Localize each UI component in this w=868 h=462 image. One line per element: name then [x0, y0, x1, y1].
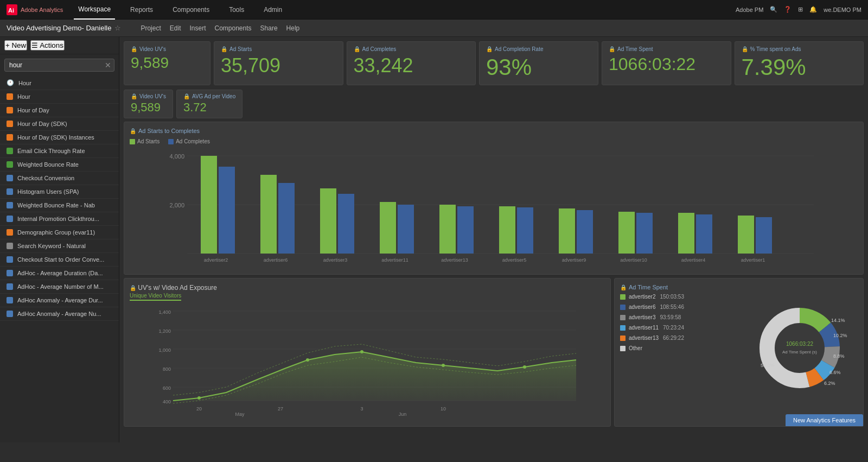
- svg-text:advertiser6: advertiser6: [264, 257, 288, 263]
- svg-text:1,200: 1,200: [158, 328, 171, 334]
- search-keyword-icon: [7, 243, 13, 249]
- grid-icon[interactable]: ⊞: [798, 6, 803, 13]
- bell-icon[interactable]: 🔔: [809, 6, 817, 13]
- svg-point-52: [360, 350, 363, 353]
- sidebar-item-email-ctr[interactable]: Email Click Through Rate: [0, 144, 119, 158]
- donut-content: advertiser2 150:03:53 advertiser6 108:55…: [620, 294, 858, 402]
- menu-project[interactable]: Project: [141, 24, 161, 32]
- sidebar-item-adhoc-avg-num[interactable]: AdHoc - Average Number of M...: [0, 280, 119, 294]
- donut-legend-item-other: Other: [620, 345, 736, 351]
- svg-text:10: 10: [441, 406, 446, 412]
- svg-text:advertiser9: advertiser9: [562, 257, 586, 263]
- sidebar-item-adhoc-anomaly-nu[interactable]: AdHoc Anomaly - Average Nu...: [0, 307, 119, 321]
- nav-components[interactable]: Components: [168, 0, 214, 20]
- svg-text:Jun: Jun: [399, 412, 407, 417]
- svg-rect-34: [738, 216, 754, 254]
- svg-text:6.6%: 6.6%: [829, 370, 841, 375]
- svg-text:Ai: Ai: [8, 7, 14, 14]
- sidebar-item-hour-2[interactable]: Hour: [0, 90, 119, 104]
- svg-rect-13: [320, 188, 336, 254]
- svg-text:14.1%: 14.1%: [831, 318, 845, 323]
- donut-dot-3: [620, 325, 626, 331]
- clear-search-button[interactable]: ✕: [105, 61, 111, 69]
- tile-ad-time-spent: 🔒 Ad Time Spent 1066:03:22: [602, 41, 731, 85]
- sidebar-item-search-keyword[interactable]: Search Keyword - Natural: [0, 239, 119, 253]
- ad-completion-rate-value: 93%: [486, 54, 591, 80]
- sidebar-item-demographic[interactable]: Demographic Group (evar11): [0, 226, 119, 239]
- svg-rect-14: [338, 194, 354, 254]
- sidebar-item-histogram[interactable]: Histogram Users (SPA): [0, 185, 119, 199]
- menu-share[interactable]: Share: [260, 24, 278, 32]
- sidebar-item-hour-of-day[interactable]: Hour of Day: [0, 104, 119, 117]
- svg-text:advertiser3: advertiser3: [323, 257, 348, 263]
- sidebar-item-internal-promo[interactable]: Internal Promotion Clickthrou...: [0, 212, 119, 226]
- ad-starts-value: 35,709: [221, 54, 336, 77]
- new-features-bar[interactable]: New Analytics Features: [786, 414, 863, 426]
- donut-lock-icon: 🔒: [620, 284, 627, 290]
- sub-lock-avg: 🔒: [183, 93, 190, 99]
- svg-point-51: [306, 358, 309, 362]
- lock-icon-rate: 🔒: [486, 46, 493, 52]
- svg-text:1066:03:22: 1066:03:22: [786, 341, 813, 347]
- sidebar-item-checkout-start[interactable]: Checkout Start to Order Conve...: [0, 253, 119, 267]
- svg-rect-19: [439, 205, 456, 254]
- sidebar-item-adhoc-anomaly-dur[interactable]: AdHoc Anomaly - Average Dur...: [0, 294, 119, 307]
- menu-insert[interactable]: Insert: [189, 24, 206, 32]
- svg-rect-17: [398, 205, 414, 254]
- menu-help[interactable]: Help: [286, 24, 300, 32]
- sidebar-list: 🕐 Hour Hour Hour of Day Hour of Day (SDK…: [0, 76, 119, 442]
- menu-components[interactable]: Components: [214, 24, 251, 32]
- nav-right: Adobe PM 🔍 ❓ ⊞ 🔔 we.DEMO PM: [736, 6, 861, 13]
- nav-workspace[interactable]: Workspace: [74, 0, 115, 20]
- new-button[interactable]: + New: [4, 40, 27, 50]
- donut-dot-1: [620, 305, 626, 310]
- svg-text:advertiser11: advertiser11: [381, 257, 409, 263]
- search-input[interactable]: [4, 59, 114, 72]
- sidebar-item-hour-1[interactable]: 🕐 Hour: [0, 76, 119, 90]
- sidebar-item-adhoc-avg-dur[interactable]: AdHoc - Average Duration (Da...: [0, 267, 119, 280]
- svg-marker-49: [173, 352, 576, 401]
- sidebar-item-weighted-bounce-nab[interactable]: Weighted Bounce Rate - Nab: [0, 199, 119, 212]
- hour-of-day-icon: [7, 107, 13, 113]
- svg-text:6.2%: 6.2%: [824, 381, 835, 386]
- internal-promo-icon: [7, 216, 13, 222]
- hour-of-day-sdk-icon: [7, 121, 13, 127]
- svg-text:1,000: 1,000: [158, 347, 171, 353]
- help-icon[interactable]: ❓: [784, 6, 792, 13]
- svg-text:advertiser2: advertiser2: [204, 257, 228, 263]
- sidebar-item-checkout-conversion[interactable]: Checkout Conversion: [0, 172, 119, 185]
- bar-chart-row: 🔒 Ad Starts to Completes Ad Starts Ad Co…: [119, 122, 868, 278]
- svg-text:27: 27: [278, 406, 283, 412]
- checkout-start-icon: [7, 256, 13, 263]
- sidebar-item-hour-of-day-sdk[interactable]: Hour of Day (SDK): [0, 117, 119, 131]
- nav-admin[interactable]: Admin: [259, 0, 286, 20]
- ad-completes-value: 33,242: [354, 54, 469, 77]
- adhoc-anomaly-dur-icon: [7, 297, 13, 303]
- bar-chart-svg: 4,000 2,000 advertiser2 advertiser6 a: [130, 148, 858, 267]
- favorite-star[interactable]: ☆: [114, 24, 121, 32]
- second-nav: Video Advertising Demo- Danielle ☆ Proje…: [0, 20, 868, 37]
- search-icon[interactable]: 🔍: [770, 6, 777, 13]
- svg-point-67: [776, 324, 824, 372]
- line-lock-icon: 🔒: [130, 285, 136, 291]
- donut-legend-item-1: advertiser6 108:55:46: [620, 304, 736, 310]
- sub-video-uvs-value: 9,589: [131, 100, 166, 115]
- sidebar-item-hour-of-day-sdk-inst[interactable]: Hour of Day (SDK) Instances: [0, 131, 119, 144]
- bar-chart-title: Ad Starts to Completes: [138, 128, 200, 134]
- sidebar-search-area: ✕: [0, 54, 119, 76]
- weighted-bounce-icon: [7, 161, 13, 168]
- donut-dot-other: [620, 346, 626, 351]
- tile-completion-rate: 🔒 Ad Completion Rate 93%: [479, 41, 598, 85]
- bar-chart-panel: 🔒 Ad Starts to Completes Ad Starts Ad Co…: [124, 122, 864, 275]
- sidebar-item-weighted-bounce[interactable]: Weighted Bounce Rate: [0, 158, 119, 172]
- lock-icon-starts: 🔒: [221, 46, 227, 52]
- nav-reports[interactable]: Reports: [126, 0, 157, 20]
- svg-rect-11: [278, 183, 295, 254]
- nav-tools[interactable]: Tools: [225, 0, 248, 20]
- search-row: ✕: [4, 59, 114, 72]
- actions-button[interactable]: ☰ Actions: [30, 40, 65, 50]
- svg-point-54: [523, 365, 526, 369]
- svg-rect-31: [678, 213, 694, 254]
- svg-text:advertiser13: advertiser13: [441, 257, 468, 263]
- menu-edit[interactable]: Edit: [170, 24, 181, 32]
